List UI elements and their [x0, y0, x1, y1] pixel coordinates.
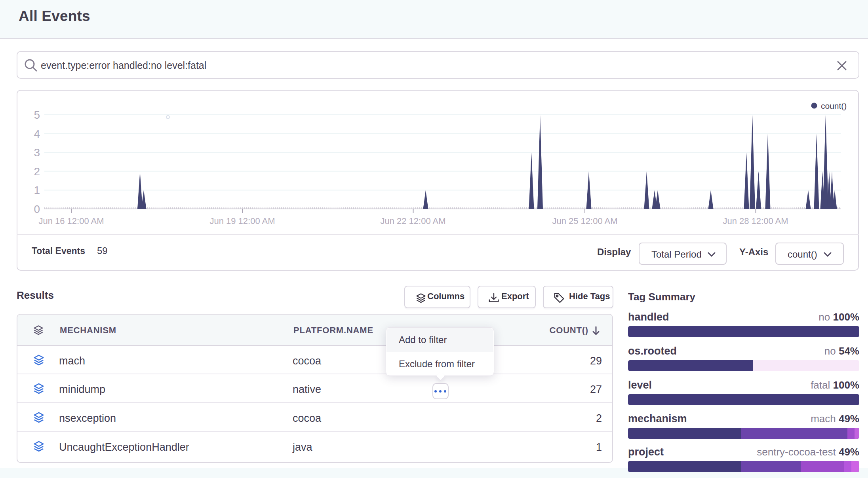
svg-text:0: 0	[34, 203, 40, 215]
svg-text:Jun 19 12:00 AM: Jun 19 12:00 AM	[209, 216, 275, 226]
svg-text:4: 4	[34, 128, 40, 140]
svg-text:Jun 22 12:00 AM: Jun 22 12:00 AM	[380, 216, 445, 226]
svg-text:Jun 28 12:00 AM: Jun 28 12:00 AM	[723, 216, 788, 226]
svg-text:3: 3	[34, 146, 40, 159]
svg-text:count(): count()	[821, 101, 847, 110]
svg-text:5: 5	[34, 109, 40, 121]
svg-text:Jun 16 12:00 AM: Jun 16 12:00 AM	[38, 216, 104, 226]
svg-text:2: 2	[34, 165, 40, 178]
svg-text:1: 1	[34, 184, 40, 196]
svg-text:Jun 25 12:00 AM: Jun 25 12:00 AM	[552, 216, 617, 226]
